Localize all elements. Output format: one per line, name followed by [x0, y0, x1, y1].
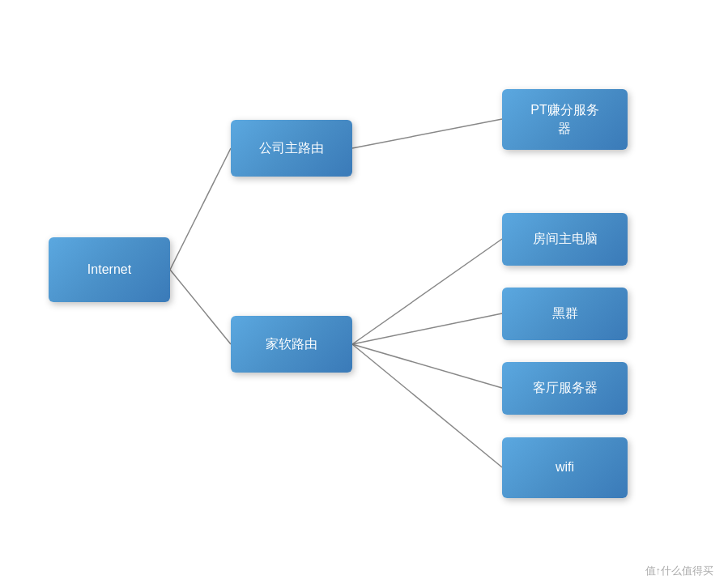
node-hei-qun: 黑群 [502, 288, 628, 340]
svg-line-5 [352, 344, 502, 388]
diagram: Internet 公司主路由 家软路由 PT赚分服务 器 房间主电脑 黑群 客厅… [0, 0, 728, 588]
svg-line-0 [170, 148, 231, 270]
watermark: 值↑什么值得买 [645, 564, 714, 578]
svg-line-2 [352, 119, 502, 148]
node-home-router: 家软路由 [231, 316, 352, 373]
node-company-router: 公司主路由 [231, 120, 352, 177]
node-internet: Internet [49, 237, 170, 302]
svg-line-4 [352, 313, 502, 344]
node-wifi: wifi [502, 437, 628, 498]
node-pt-server: PT赚分服务 器 [502, 89, 628, 150]
svg-line-3 [352, 239, 502, 344]
node-living-server: 客厅服务器 [502, 362, 628, 415]
svg-line-1 [170, 270, 231, 344]
node-room-pc: 房间主电脑 [502, 213, 628, 266]
svg-line-6 [352, 344, 502, 467]
